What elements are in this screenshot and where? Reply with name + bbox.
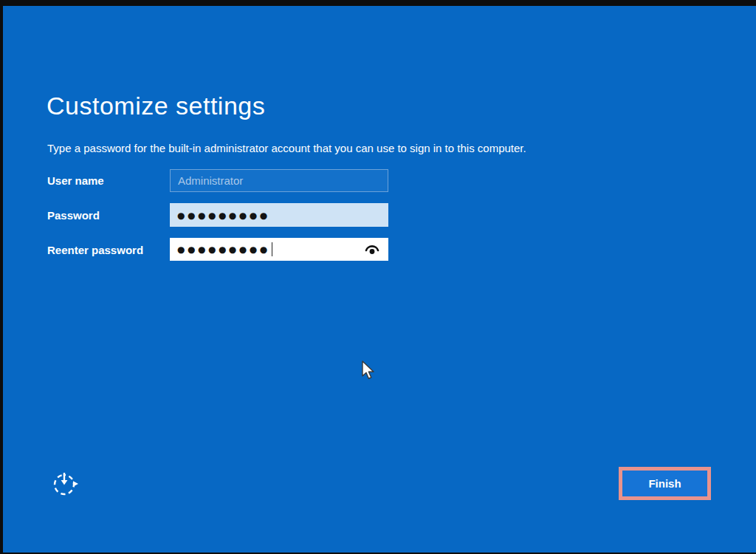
reenter-password-field[interactable]: ●●●●●●●●●	[170, 238, 388, 261]
password-label: Password	[47, 204, 100, 227]
password-field[interactable]: ●●●●●●●●●	[170, 203, 388, 227]
page-subtitle: Type a password for the built-in adminis…	[47, 142, 526, 154]
customize-settings-screen: { "screen": { "title": "Customize settin…	[0, 0, 756, 554]
screen-edge-top	[0, 0, 756, 6]
ease-of-access-button[interactable]	[49, 467, 81, 499]
password-masked-value: ●●●●●●●●●	[177, 211, 270, 220]
eye-icon	[365, 244, 379, 256]
text-caret	[272, 242, 273, 256]
page-title: Customize settings	[47, 92, 265, 120]
password-reveal-button[interactable]	[363, 241, 381, 259]
finish-button[interactable]: Finish	[622, 471, 707, 496]
username-field[interactable]	[170, 169, 388, 192]
reenter-password-label: Reenter password	[47, 239, 143, 261]
screen-edge-left	[0, 0, 3, 554]
ease-of-access-icon	[50, 468, 80, 499]
username-label: User name	[47, 169, 104, 192]
mouse-cursor	[361, 360, 377, 381]
finish-highlight-box: Finish	[619, 467, 711, 500]
reenter-masked-value: ●●●●●●●●●	[177, 244, 270, 254]
